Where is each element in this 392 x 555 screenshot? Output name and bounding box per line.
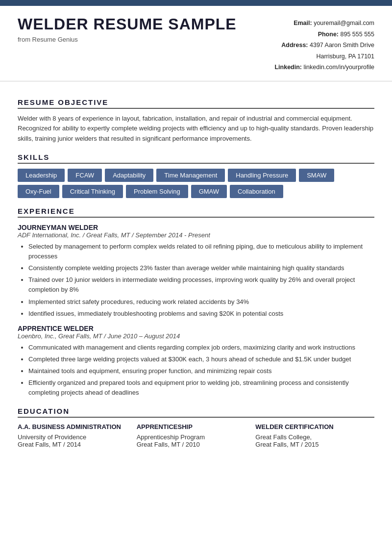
skill-badge: Adaptability	[105, 169, 153, 182]
skill-badge: Leadership	[18, 169, 65, 182]
top-bar	[0, 0, 392, 6]
skill-badge: GMAW	[191, 185, 227, 198]
edu-column: APPRENTICESHIPApprenticeship ProgramGrea…	[137, 423, 256, 448]
skill-badge: SMAW	[299, 169, 334, 182]
linkedin-value: linkedin.com/in/yourprofile	[303, 64, 374, 71]
list-item: Completed three large welding projects v…	[28, 354, 374, 364]
job-company: ADF International, Inc. / Great Falls, M…	[18, 231, 374, 239]
skills-section-title: SKILLS	[18, 153, 374, 164]
linkedin-label: Linkedin:	[274, 64, 302, 71]
edu-degree: A.A. BUSINESS ADMINISTRATION	[18, 423, 137, 431]
jobs-container: JOURNEYMAN WELDERADF International, Inc.…	[18, 224, 374, 398]
edu-school: Great Falls College,	[255, 433, 374, 441]
list-item: Communicated with management and clients…	[28, 343, 374, 353]
experience-section-title: EXPERIENCE	[18, 207, 374, 218]
job-entry: APPRENTICE WELDERLoenbro, Inc., Great Fa…	[18, 325, 374, 398]
list-item: Implemented strict safety procedures, re…	[28, 297, 374, 307]
email-line: Email: youremail@gmail.com	[274, 18, 374, 29]
linkedin-line: Linkedin: linkedin.com/in/yourprofile	[274, 62, 374, 73]
job-entry: JOURNEYMAN WELDERADF International, Inc.…	[18, 224, 374, 319]
resume-page: WELDER RESUME SAMPLE from Resume Genius …	[0, 0, 392, 555]
phone-value: 895 555 555	[340, 31, 374, 38]
edu-program: Apprenticeship Program	[137, 433, 256, 441]
skill-badge: Problem Solving	[126, 185, 188, 198]
skill-badge: Handling Pressure	[228, 169, 296, 182]
job-company: Loenbro, Inc., Great Falls, MT / June 20…	[18, 332, 374, 340]
edu-school: University of Providence	[18, 433, 137, 441]
skill-badge: Critical Thinking	[62, 185, 123, 198]
email-label: Email:	[294, 20, 312, 26]
address-value2: Harrisburg, PA 17101	[316, 53, 374, 60]
objective-text: Welder with 8 years of experience in lay…	[18, 114, 374, 144]
edu-column: A.A. BUSINESS ADMINISTRATIONUniversity o…	[18, 423, 137, 448]
education-grid: A.A. BUSINESS ADMINISTRATIONUniversity o…	[18, 423, 374, 448]
list-item: Identified issues, immediately troublesh…	[28, 309, 374, 319]
address-line: Address: 4397 Aaron Smith Drive Harrisbu…	[274, 40, 374, 62]
main-content: RESUME OBJECTIVE Welder with 8 years of …	[0, 81, 392, 458]
list-item: Consistently complete welding projects 2…	[28, 263, 374, 273]
edu-degree: WELDER CERTIFICATION	[255, 423, 374, 431]
job-title: APPRENTICE WELDER	[18, 325, 374, 332]
list-item: Maintained tools and equipment, ensuring…	[28, 366, 374, 376]
list-item: Selected by management to perform comple…	[28, 242, 374, 261]
objective-section-title: RESUME OBJECTIVE	[18, 98, 374, 109]
skill-badge: Oxy-Fuel	[18, 185, 59, 198]
edu-degree: APPRENTICESHIP	[137, 423, 256, 431]
education-section-title: EDUCATION	[18, 407, 374, 418]
header: WELDER RESUME SAMPLE from Resume Genius …	[0, 6, 392, 81]
skills-grid: LeadershipFCAWAdaptabilityTime Managemen…	[18, 169, 374, 198]
header-left: WELDER RESUME SAMPLE from Resume Genius	[18, 16, 237, 43]
job-title: JOURNEYMAN WELDER	[18, 224, 374, 231]
edu-column: WELDER CERTIFICATIONGreat Falls College,…	[255, 423, 374, 448]
contact-info: Email: youremail@gmail.com Phone: 895 55…	[274, 18, 374, 73]
edu-location: Great Falls, MT / 2010	[137, 441, 256, 448]
phone-label: Phone:	[318, 31, 339, 38]
list-item: Efficiently organized and prepared tools…	[28, 378, 374, 398]
email-value: youremail@gmail.com	[314, 20, 374, 26]
edu-location: Great Falls, MT / 2014	[18, 441, 137, 448]
skill-badge: Time Management	[156, 169, 225, 182]
job-bullets: Selected by management to perform comple…	[18, 242, 374, 319]
job-bullets: Communicated with management and clients…	[18, 343, 374, 398]
edu-location: Great Falls, MT / 2015	[255, 441, 374, 448]
phone-line: Phone: 895 555 555	[274, 29, 374, 40]
skill-badge: Collaboration	[230, 185, 283, 198]
resume-subtitle: from Resume Genius	[18, 36, 237, 43]
resume-title: WELDER RESUME SAMPLE	[18, 16, 237, 33]
skill-badge: FCAW	[68, 169, 102, 182]
list-item: Trained over 10 junior welders in interm…	[28, 275, 374, 295]
address-value1: 4397 Aaron Smith Drive	[310, 42, 374, 49]
address-label: Address:	[281, 42, 308, 49]
